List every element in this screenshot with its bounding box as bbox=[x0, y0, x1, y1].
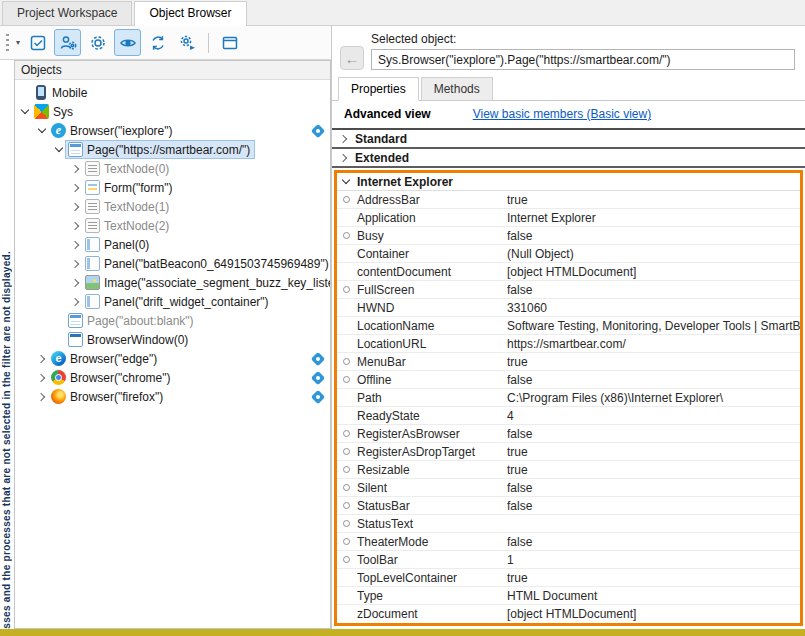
eye-icon bbox=[119, 34, 137, 52]
property-row[interactable]: ToolBar 1 bbox=[337, 551, 800, 569]
property-value: false bbox=[507, 535, 800, 549]
property-row[interactable]: LocationURL https://smartbear.com/ bbox=[337, 335, 800, 353]
expand-arrow-icon[interactable] bbox=[35, 371, 48, 384]
advanced-settings-button[interactable] bbox=[174, 29, 201, 56]
refresh-button[interactable] bbox=[144, 29, 171, 56]
expand-arrow-icon[interactable] bbox=[69, 219, 82, 232]
expand-arrow-icon[interactable] bbox=[35, 124, 48, 137]
chevron-down-icon[interactable]: ▾ bbox=[16, 38, 20, 47]
tab-object-browser[interactable]: Object Browser bbox=[134, 1, 246, 26]
property-row[interactable]: FullScreen false bbox=[337, 281, 800, 299]
tree-row[interactable]: Panel("batBeacon0_6491503745969489") bbox=[15, 254, 330, 273]
property-row[interactable]: RegisterAsDropTarget true bbox=[337, 443, 800, 461]
form-icon bbox=[85, 180, 100, 195]
section-header-extended[interactable]: Extended bbox=[332, 149, 805, 168]
tree-row[interactable]: Page("https://smartbear.com/") bbox=[15, 140, 330, 159]
property-value: C:\Program Files (x86)\Internet Explorer… bbox=[507, 391, 800, 405]
tab-methods[interactable]: Methods bbox=[421, 77, 493, 101]
tree-row[interactable]: Sys bbox=[15, 102, 330, 121]
page-icon bbox=[68, 313, 83, 328]
highlight-on-screen-button[interactable] bbox=[114, 29, 141, 56]
tree-row[interactable]: Form("form") bbox=[15, 178, 330, 197]
property-row[interactable]: Silent false bbox=[337, 479, 800, 497]
tree-item-label: BrowserWindow(0) bbox=[87, 333, 188, 347]
expand-arrow-icon[interactable] bbox=[69, 162, 82, 175]
tree-row[interactable]: Panel("drift_widget_container") bbox=[15, 292, 330, 311]
show-object-window-button[interactable] bbox=[216, 29, 243, 56]
tab-project-workspace[interactable]: Project Workspace bbox=[2, 1, 132, 25]
selected-object-input[interactable] bbox=[371, 49, 795, 70]
property-row[interactable]: StatusText bbox=[337, 515, 800, 533]
toolbar-grip-handle[interactable] bbox=[6, 34, 9, 52]
property-row[interactable]: TopLevelContainer true bbox=[337, 569, 800, 587]
tree-row[interactable]: Browser("firefox") bbox=[15, 387, 330, 406]
expand-arrow-icon[interactable] bbox=[18, 86, 31, 99]
tree-row[interactable]: Image("associate_segment_buzz_key_liste bbox=[15, 273, 330, 292]
tab-properties[interactable]: Properties bbox=[338, 77, 419, 101]
basic-view-link[interactable]: View basic members (Basic view) bbox=[473, 107, 652, 121]
property-row[interactable]: zDocument [object HTMLDocument] bbox=[337, 605, 800, 623]
expand-arrow-icon[interactable] bbox=[35, 390, 48, 403]
property-row[interactable]: HWND 331060 bbox=[337, 299, 800, 317]
object-browser-window: Project Workspace Object Browser ▾ bbox=[0, 0, 805, 636]
user-filter-button[interactable] bbox=[54, 29, 81, 56]
property-row[interactable]: LocationName Software Testing, Monitorin… bbox=[337, 317, 800, 335]
property-row[interactable]: contentDocument [object HTMLDocument] bbox=[337, 263, 800, 281]
section-header-internet-explorer[interactable]: Internet Explorer bbox=[337, 173, 800, 191]
section-header-standard[interactable]: Standard bbox=[332, 130, 805, 149]
expand-arrow-icon[interactable] bbox=[69, 295, 82, 308]
property-value: true bbox=[507, 193, 800, 207]
tree-row[interactable]: BrowserWindow(0) bbox=[15, 330, 330, 349]
property-row[interactable]: AddressBar true bbox=[337, 191, 800, 209]
property-row[interactable]: TheaterMode false bbox=[337, 533, 800, 551]
property-name: FullScreen bbox=[357, 283, 507, 297]
tree-row[interactable]: Browser("iexplore") bbox=[15, 121, 330, 140]
expand-arrow-icon[interactable] bbox=[69, 257, 82, 270]
property-row[interactable]: Busy false bbox=[337, 227, 800, 245]
property-name: Silent bbox=[357, 481, 507, 495]
property-row[interactable]: StatusBar false bbox=[337, 497, 800, 515]
property-value: 1 bbox=[507, 553, 800, 567]
tree-row[interactable]: Panel(0) bbox=[15, 235, 330, 254]
expand-arrow-icon[interactable] bbox=[69, 200, 82, 213]
bottom-accent-bar bbox=[0, 629, 805, 636]
tree-row[interactable]: Page("about:blank") bbox=[15, 311, 330, 330]
property-name: Path bbox=[357, 391, 507, 405]
tree-item-label: Panel(0) bbox=[104, 238, 149, 252]
tree-row[interactable]: Browser("edge") bbox=[15, 349, 330, 368]
object-filter-button[interactable] bbox=[24, 29, 51, 56]
toolbar: ▾ bbox=[0, 26, 331, 60]
tree-row[interactable]: TextNode(2) bbox=[15, 216, 330, 235]
panel-icon bbox=[85, 256, 100, 271]
property-marker-icon bbox=[343, 502, 350, 509]
property-row[interactable]: ReadyState 4 bbox=[337, 407, 800, 425]
property-row[interactable]: Application Internet Explorer bbox=[337, 209, 800, 227]
expand-arrow-icon[interactable] bbox=[18, 105, 31, 118]
property-marker-icon bbox=[343, 358, 350, 365]
tree-item-label: Panel("drift_widget_container") bbox=[104, 295, 269, 309]
property-marker-icon bbox=[343, 286, 350, 293]
property-row[interactable]: Type HTML Document bbox=[337, 587, 800, 605]
property-row[interactable]: Path C:\Program Files (x86)\Internet Exp… bbox=[337, 389, 800, 407]
property-value: Software Testing, Monitoring, Developer … bbox=[507, 319, 800, 333]
expand-arrow-icon[interactable] bbox=[52, 333, 65, 346]
back-button[interactable]: ← bbox=[340, 46, 364, 70]
tree-row[interactable]: TextNode(1) bbox=[15, 197, 330, 216]
property-row[interactable]: MenuBar true bbox=[337, 353, 800, 371]
expand-arrow-icon[interactable] bbox=[52, 143, 65, 156]
property-row[interactable]: RegisterAsBrowser false bbox=[337, 425, 800, 443]
expand-arrow-icon[interactable] bbox=[69, 181, 82, 194]
tree-row[interactable]: Browser("chrome") bbox=[15, 368, 330, 387]
property-row[interactable]: Offline false bbox=[337, 371, 800, 389]
expand-arrow-icon bbox=[337, 132, 350, 145]
settings-button[interactable] bbox=[84, 29, 111, 56]
expand-arrow-icon[interactable] bbox=[35, 352, 48, 365]
expand-arrow-icon[interactable] bbox=[69, 276, 82, 289]
tree-row[interactable]: Mobile bbox=[15, 83, 330, 102]
expand-arrow-icon[interactable] bbox=[52, 314, 65, 327]
property-row[interactable]: Resizable true bbox=[337, 461, 800, 479]
expand-arrow-icon[interactable] bbox=[69, 238, 82, 251]
property-name: Resizable bbox=[357, 463, 507, 477]
tree-row[interactable]: TextNode(0) bbox=[15, 159, 330, 178]
property-row[interactable]: Container (Null Object) bbox=[337, 245, 800, 263]
